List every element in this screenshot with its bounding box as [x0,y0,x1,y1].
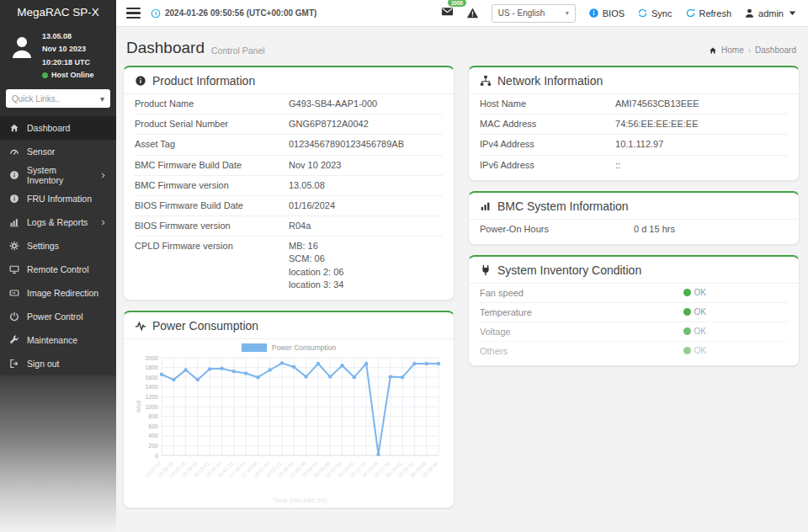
pulse-icon [135,320,146,332]
status-badge: OK [683,288,706,297]
sidebar-item-maintenance[interactable]: Maintenance [0,328,116,352]
ok-dot [683,347,691,354]
disc-drive-icon [9,288,19,298]
topbar-datetime: 2024-01-26 09:50:56 (UTC+00:00 GMT) [151,8,316,19]
chevron-right-icon [99,172,107,179]
svg-text:600: 600 [148,423,158,429]
menu-toggle-button[interactable] [126,8,141,19]
sidebar-nav: Dashboard Sensor System Inventory FRU In… [0,116,116,375]
caret-down-icon: ▾ [100,94,104,104]
card-title: Network Information [497,74,603,88]
svg-text:Watt: Watt [135,399,142,412]
home-icon [709,46,717,55]
message-count-badge: 1000 [448,0,466,7]
sidebar: MegaRAC SP-X 13.05.08 Nov 10 2023 10:20:… [0,0,116,532]
card-title: System Inventory Condition [497,263,641,277]
refresh-button[interactable]: Refresh [685,8,732,19]
ok-dot [683,308,691,316]
sign-out-icon [9,359,19,369]
condition-row: TemperatureOK [480,302,788,322]
host-status: Host Online [51,69,94,82]
info-row: IPv4 Address10.1.112.97 [480,134,788,154]
sidebar-item-power-control[interactable]: Power Control [0,305,116,328]
gauge-icon [9,146,19,157]
user-menu-button[interactable]: admin [744,8,798,19]
svg-text:400: 400 [148,433,158,439]
status-badge: OK [683,327,706,336]
breadcrumb: Home › Dashboard [709,45,796,55]
sidebar-user-block: 13.05.08 Nov 10 2023 10:20:18 UTC Host O… [0,25,116,87]
plug-icon [480,264,492,276]
condition-row: Fan speedOK [480,284,788,302]
app-window: MegaRAC SP-X 13.05.08 Nov 10 2023 10:20:… [0,0,808,532]
sidebar-item-sign-out[interactable]: Sign out [0,352,116,375]
language-select[interactable]: US - English ▾ [492,4,576,23]
topbar: 2024-01-26 09:50:56 (UTC+00:00 GMT) 1000… [116,0,808,27]
status-badge: OK [683,307,706,317]
sync-button[interactable]: Sync [637,8,672,19]
info-icon [9,194,19,204]
user-icon [744,8,755,19]
quick-links-select[interactable]: Quick Links.. ▾ [6,89,110,108]
info-row: Host NameAMI74563CB13EEE [480,94,788,114]
messages-button[interactable]: 1000 [441,5,454,21]
ok-dot [683,327,691,335]
card-title: BMC System Information [497,200,629,213]
bmc-system-information-card: BMC System Information Power-On Hours0 d… [468,191,800,245]
host-online-dot [42,72,48,78]
sidebar-item-image-redirection[interactable]: Image Redirection [0,281,116,305]
chart-legend[interactable]: Power Consumption [127,343,450,352]
sidebar-item-sensor[interactable]: Sensor [0,140,116,163]
breadcrumb-home[interactable]: Home [721,45,744,55]
network-information-card: Network Information Host NameAMI74563CB1… [468,66,800,181]
network-nodes-icon [480,75,492,87]
svg-text:1600: 1600 [145,375,158,380]
firmware-version: 13.05.08 [42,30,111,43]
svg-text:800: 800 [148,413,158,419]
bar-chart-icon [9,217,19,227]
info-icon [135,75,146,87]
info-icon [9,170,19,180]
svg-text:1400: 1400 [145,384,158,390]
page-subtitle: Control Panel [211,45,265,56]
bar-chart-icon [480,200,492,212]
info-row: Product Serial NumberGNG6P8712A0042 [135,114,443,134]
power-consumption-card: Power Consumption Power Consumption 0200… [123,311,454,508]
info-row: CPLD Firmware versionMB: 16 SCM: 06 loca… [135,236,443,295]
system-inventory-condition-card: System Inventory Condition Fan speedOK T… [468,255,800,366]
page-title: Dashboard [126,39,205,57]
condition-row: VoltageOK [480,322,788,341]
svg-text:1800: 1800 [145,364,158,370]
sidebar-item-remote-control[interactable]: Remote Control [0,258,116,281]
sidebar-item-logs-reports[interactable]: Logs & Reports [0,210,116,234]
sidebar-item-settings[interactable]: Settings [0,234,116,258]
power-consumption-chart: 020040060080010001200140016001800200013:… [134,353,444,506]
info-icon [588,8,599,19]
sidebar-item-dashboard[interactable]: Dashboard [0,116,116,140]
info-row: BMC Firmware version13.05.08 [135,175,443,195]
svg-text:2000: 2000 [145,354,158,360]
info-row: IPv6 Address:: [480,155,788,175]
svg-text:1200: 1200 [145,394,158,400]
sidebar-gradient [0,375,116,532]
avatar-icon [8,34,35,61]
clock-icon [151,8,161,19]
wrench-icon [9,335,19,345]
card-title: Power Consumption [152,319,258,332]
info-row: Asset Tag01234567890123456789AB [135,134,443,154]
bios-button[interactable]: BIOS [588,8,625,19]
chevron-right-icon [99,219,107,226]
info-row: BIOS Firmware Build Date01/16/2024 [135,195,443,215]
sync-icon [637,8,648,19]
info-row: MAC Address74:56:EE:EE:EE:EE [480,114,788,134]
status-badge: OK [683,346,706,355]
bmc-datetime: Nov 10 2023 10:20:18 UTC [42,43,111,69]
brand-title: MegaRAC SP-X [0,0,116,25]
refresh-icon [685,8,696,19]
info-row: BIOS Firmware versionR04a [135,215,443,236]
sidebar-item-system-inventory[interactable]: System Inventory [0,163,116,187]
warning-icon[interactable] [466,7,479,19]
home-icon [9,123,19,133]
svg-text:Time (HH:MM:SS): Time (HH:MM:SS) [273,497,327,504]
sidebar-item-fru-information[interactable]: FRU Information [0,187,116,210]
